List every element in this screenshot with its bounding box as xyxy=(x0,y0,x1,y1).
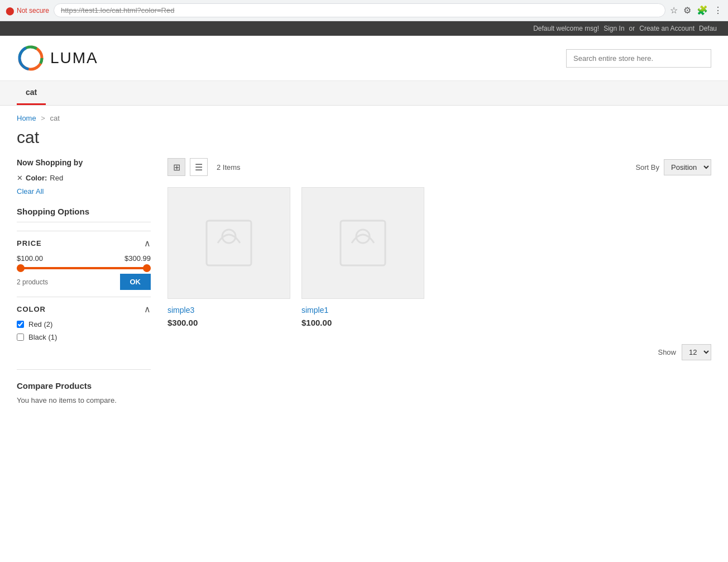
product-card-2: simple1 $100.00 xyxy=(301,187,424,327)
product-name-2[interactable]: simple1 xyxy=(301,306,424,315)
color-black-checkbox[interactable] xyxy=(17,334,24,341)
toolbar-right: Sort By Position xyxy=(635,159,711,175)
browser-icons: ☆ ⚙ 🧩 ⋮ xyxy=(670,5,722,16)
color-option-black: Black (1) xyxy=(17,333,151,341)
color-filter-toggle[interactable]: ∧ xyxy=(144,304,151,315)
color-filter-header[interactable]: COLOR ∧ xyxy=(17,304,151,315)
settings-icon[interactable]: ⚙ xyxy=(683,5,691,16)
header: LUMA xyxy=(0,36,728,81)
color-filter-title: COLOR xyxy=(17,305,46,313)
logo[interactable]: LUMA xyxy=(17,44,98,72)
filter-value: Red xyxy=(50,174,63,182)
price-filter-toggle[interactable]: ∧ xyxy=(144,238,151,249)
sort-select[interactable]: Position xyxy=(664,159,711,175)
product-grid: simple3 $300.00 simple1 $100.00 xyxy=(167,187,711,327)
price-ok-button[interactable]: OK xyxy=(120,274,151,290)
compare-empty: You have no items to compare. xyxy=(17,396,151,404)
page-title: cat xyxy=(17,128,711,147)
clear-all-link[interactable]: Clear All xyxy=(17,187,44,196)
not-secure-label: Not secure xyxy=(17,7,49,15)
color-filter-section: COLOR ∧ Red (2) Black (1) xyxy=(17,297,151,353)
compare-products: Compare Products You have no items to co… xyxy=(17,369,151,404)
product-image-1[interactable] xyxy=(167,187,290,299)
url-strikethrough: https://test1.loc/cat.html?color=Red xyxy=(61,6,174,15)
nav-item-cat[interactable]: cat xyxy=(17,81,46,105)
breadcrumb: Home > cat xyxy=(17,106,711,128)
nav-item-cat-link[interactable]: cat xyxy=(17,81,46,105)
shopping-options: Shopping Options PRICE ∧ $100.00 $300.99 xyxy=(17,207,151,353)
nav-bar: cat xyxy=(0,81,728,106)
security-icon: ⬤ xyxy=(6,6,15,15)
breadcrumb-sep: > xyxy=(41,114,45,122)
active-filter: ✕ Color: Red xyxy=(17,174,151,182)
price-min: $100.00 xyxy=(17,254,43,263)
bottom-toolbar: Show 12 xyxy=(167,344,711,360)
price-footer: 2 products OK xyxy=(17,274,151,290)
price-range: $100.00 $300.99 xyxy=(17,254,151,263)
price-filter-header[interactable]: PRICE ∧ xyxy=(17,238,151,249)
filter-label: Color: xyxy=(26,174,47,182)
remove-filter-btn[interactable]: ✕ xyxy=(17,174,23,182)
shopping-options-title: Shopping Options xyxy=(17,207,151,222)
breadcrumb-current: cat xyxy=(50,114,60,122)
items-count: 2 Items xyxy=(217,163,241,172)
search-input[interactable] xyxy=(566,49,711,68)
products-count: 2 products xyxy=(17,278,48,286)
not-secure-indicator: ⬤ Not secure xyxy=(6,6,49,15)
show-label: Show xyxy=(658,348,676,356)
sort-label: Sort By xyxy=(635,163,659,172)
top-bar: Default welcome msg! Sign In or Create a… xyxy=(0,21,728,36)
price-slider-handle-right[interactable] xyxy=(143,264,151,272)
extension-icon[interactable]: 🧩 xyxy=(697,5,708,16)
product-price-2: $100.00 xyxy=(301,318,424,327)
price-max: $300.99 xyxy=(124,254,151,263)
url-bar[interactable]: https://test1.loc/cat.html?color=Red xyxy=(54,3,665,17)
menu-icon[interactable]: ⋮ xyxy=(713,5,722,16)
logo-text: LUMA xyxy=(50,49,98,67)
welcome-message: Default welcome msg! xyxy=(533,25,599,32)
color-option-red: Red (2) xyxy=(17,320,151,328)
star-icon[interactable]: ☆ xyxy=(670,5,678,16)
now-shopping-by: Now Shopping by ✕ Color: Red Clear All xyxy=(17,158,151,196)
sign-in-link[interactable]: Sign In xyxy=(604,25,624,32)
product-card-1: simple3 $300.00 xyxy=(167,187,290,327)
price-slider-track xyxy=(17,267,151,269)
product-name-1[interactable]: simple3 xyxy=(167,306,290,315)
create-account-link[interactable]: Create an Account xyxy=(639,25,695,32)
product-area: ⊞ ☰ 2 Items Sort By Position xyxy=(167,158,711,404)
list-view-btn[interactable]: ☰ xyxy=(190,158,208,176)
content-area: Now Shopping by ✕ Color: Red Clear All S… xyxy=(17,158,711,404)
product-placeholder-2 xyxy=(335,215,391,271)
default-label: Defau xyxy=(699,25,717,32)
browser-chrome: ⬤ Not secure https://test1.loc/cat.html?… xyxy=(0,0,728,21)
toolbar: ⊞ ☰ 2 Items Sort By Position xyxy=(167,158,711,176)
color-red-checkbox[interactable] xyxy=(17,321,24,328)
main-wrapper: Home > cat cat Now Shopping by ✕ Color: … xyxy=(0,106,728,404)
product-image-2[interactable] xyxy=(301,187,424,299)
compare-title: Compare Products xyxy=(17,381,151,390)
color-black-label[interactable]: Black (1) xyxy=(28,333,57,341)
now-shopping-title: Now Shopping by xyxy=(17,158,151,167)
price-filter-title: PRICE xyxy=(17,239,42,247)
sidebar: Now Shopping by ✕ Color: Red Clear All S… xyxy=(17,158,151,404)
show-select[interactable]: 12 xyxy=(682,344,711,360)
price-slider-handle-left[interactable] xyxy=(17,264,25,272)
product-price-1: $300.00 xyxy=(167,318,290,327)
toolbar-left: ⊞ ☰ 2 Items xyxy=(167,158,241,176)
price-filter-section: PRICE ∧ $100.00 $300.99 2 products xyxy=(17,231,151,297)
grid-view-btn[interactable]: ⊞ xyxy=(167,158,185,176)
color-red-label[interactable]: Red (2) xyxy=(28,320,52,328)
logo-icon xyxy=(17,44,45,72)
product-placeholder-1 xyxy=(201,215,257,271)
breadcrumb-home[interactable]: Home xyxy=(17,114,36,122)
or-separator: or xyxy=(629,25,635,32)
price-slider-fill xyxy=(17,267,151,269)
